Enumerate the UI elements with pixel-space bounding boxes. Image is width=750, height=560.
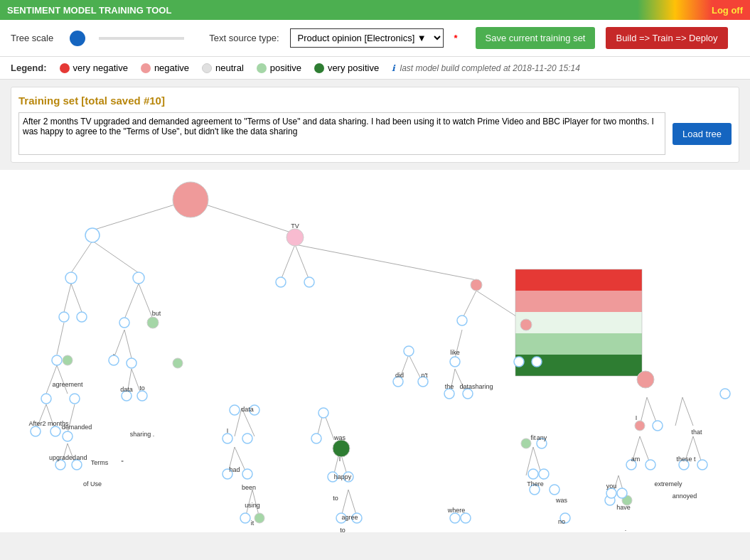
svg-point-135 [617, 488, 627, 498]
svg-text:like: like [450, 349, 460, 356]
build-info-text: last model build completed at 2018-11-20… [400, 63, 580, 73]
svg-point-81 [72, 460, 82, 470]
svg-point-78 [50, 426, 60, 436]
app-header: SENTIMENT MODEL TRAINING TOOL Log off [0, 0, 750, 20]
build-button[interactable]: Build => Train => Deploy [606, 27, 727, 49]
svg-point-68 [133, 272, 144, 284]
svg-text:I: I [636, 414, 638, 421]
svg-rect-59 [515, 312, 642, 333]
svg-point-117 [539, 469, 549, 479]
neutral-dot [202, 63, 212, 73]
svg-point-66 [85, 228, 100, 242]
tree-scale-label: Tree scale [11, 33, 53, 43]
svg-text:was: was [333, 434, 346, 441]
svg-point-80 [55, 460, 65, 470]
source-type-select[interactable]: Product opinion [Electronics] ▼ News Rev… [290, 28, 444, 48]
svg-point-131 [550, 485, 559, 495]
svg-text:extremely: extremely [654, 480, 682, 488]
save-button[interactable]: Save current training set [476, 27, 596, 49]
svg-text:these t: these t [676, 456, 696, 463]
svg-text:.: . [625, 525, 627, 532]
legend-bar: Legend: very negative negative neutral p… [0, 57, 750, 80]
svg-text:upgraded: upgraded [49, 454, 76, 461]
svg-text:agreement: agreement [52, 381, 83, 388]
svg-point-79 [63, 431, 73, 441]
training-row: Load tree [18, 112, 732, 155]
svg-point-97 [242, 469, 252, 479]
tree-scale-indicator [70, 31, 85, 46]
svg-text:n't: n't [421, 372, 428, 379]
svg-text:data: data [120, 386, 133, 393]
svg-rect-57 [515, 269, 642, 291]
svg-rect-60 [515, 333, 642, 355]
very-positive-label: very positive [328, 63, 379, 73]
svg-text:no: no [558, 518, 565, 525]
svg-point-75 [41, 394, 51, 404]
svg-point-108 [444, 389, 454, 399]
svg-text:to: to [139, 384, 145, 392]
svg-point-64 [286, 229, 304, 246]
svg-text:,: , [113, 349, 115, 356]
load-tree-button[interactable]: Load tree [673, 123, 732, 145]
svg-text:the: the [445, 383, 454, 390]
svg-point-95 [333, 440, 350, 457]
svg-text:Terms: Terms [91, 459, 109, 466]
legend-positive: positive [257, 63, 301, 73]
very-negative-label: very negative [73, 63, 128, 73]
positive-label: positive [270, 63, 301, 73]
svg-point-86 [173, 358, 183, 368]
legend-very-positive: very positive [314, 63, 379, 73]
logout-button[interactable]: Log off [712, 5, 743, 16]
svg-text:any: any [537, 434, 547, 441]
svg-point-87 [276, 277, 286, 287]
svg-point-127 [697, 460, 707, 470]
svg-point-92 [223, 434, 232, 443]
svg-point-137 [461, 513, 471, 523]
svg-text:happy: happy [334, 473, 352, 480]
svg-text:": " [121, 459, 123, 466]
legend-negative: negative [141, 63, 189, 73]
training-title: Training set [total saved #10] [18, 95, 732, 107]
svg-text:fit: fit [530, 434, 536, 441]
svg-point-74 [63, 355, 73, 365]
training-section: Training set [total saved #10] Load tree [11, 87, 739, 163]
svg-text:agree: agree [341, 514, 358, 521]
svg-point-112 [514, 357, 524, 367]
svg-point-119 [635, 421, 645, 431]
svg-point-107 [450, 357, 460, 367]
svg-point-72 [119, 318, 129, 328]
svg-point-93 [242, 434, 252, 443]
svg-point-63 [173, 182, 208, 217]
build-info: ℹ last model build completed at 2018-11-… [392, 63, 580, 73]
negative-dot [141, 63, 151, 73]
svg-text:I: I [339, 456, 341, 463]
svg-text:datasharing: datasharing [459, 383, 493, 390]
required-asterisk: * [454, 33, 458, 43]
svg-point-77 [31, 426, 41, 436]
svg-point-120 [653, 421, 663, 431]
svg-point-94 [311, 434, 321, 443]
svg-point-125 [720, 389, 730, 399]
very-negative-dot [60, 63, 70, 73]
svg-point-85 [137, 391, 147, 401]
svg-point-110 [457, 316, 467, 325]
svg-rect-58 [515, 291, 642, 312]
svg-point-111 [520, 319, 532, 330]
svg-text:to: to [333, 495, 338, 502]
svg-point-134 [606, 488, 616, 498]
source-type-label: Text source type: [209, 33, 279, 43]
svg-text:and: and [76, 454, 87, 461]
training-textarea[interactable] [18, 112, 665, 155]
svg-point-65 [471, 279, 482, 291]
neutral-label: neutral [215, 63, 244, 73]
legend-neutral: neutral [202, 63, 244, 73]
svg-text:that: that [691, 429, 702, 436]
svg-text:had: had [229, 466, 240, 473]
svg-point-116 [528, 469, 538, 479]
svg-point-76 [70, 394, 80, 404]
svg-point-103 [255, 513, 264, 523]
svg-text:am: am [631, 456, 641, 463]
svg-point-71 [77, 312, 87, 322]
svg-text:was: was [555, 497, 568, 504]
svg-point-124 [645, 460, 655, 470]
